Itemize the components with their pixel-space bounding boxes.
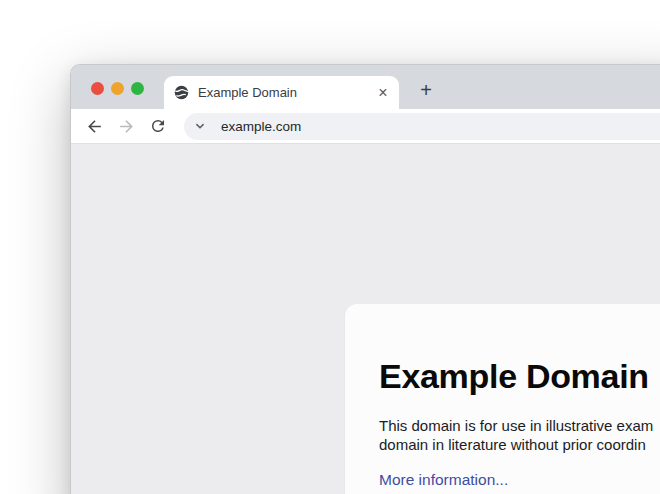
more-information-link[interactable]: More information... xyxy=(379,471,508,489)
page-title: Example Domain xyxy=(379,356,660,396)
tab-title: Example Domain xyxy=(198,85,374,100)
example-domain-card: Example Domain This domain is for use in… xyxy=(345,304,660,494)
chevron-down-icon[interactable] xyxy=(192,118,208,134)
body-text: This domain is for use in illustrative e… xyxy=(379,417,660,454)
toolbar: example.com xyxy=(71,109,660,144)
body-text-line: This domain is for use in illustrative e… xyxy=(379,417,660,436)
body-text-line: domain in literature without prior coord… xyxy=(379,436,660,455)
browser-window: Example Domain × + exam xyxy=(70,64,660,494)
maximize-window-button[interactable] xyxy=(131,82,144,95)
back-arrow-icon xyxy=(85,117,104,136)
traffic-lights xyxy=(91,82,144,95)
active-tab[interactable]: Example Domain × xyxy=(164,76,399,109)
globe-icon xyxy=(174,85,189,100)
tab-close-icon[interactable]: × xyxy=(374,84,392,102)
address-bar[interactable]: example.com xyxy=(184,113,660,140)
reload-button[interactable] xyxy=(144,112,172,140)
new-tab-button[interactable]: + xyxy=(412,76,440,104)
page-content: Example Domain This domain is for use in… xyxy=(71,144,660,494)
reload-icon xyxy=(149,117,167,135)
forward-button[interactable] xyxy=(112,112,140,140)
tab-bar: Example Domain × + xyxy=(71,65,660,109)
forward-arrow-icon xyxy=(117,117,136,136)
url-text: example.com xyxy=(221,119,301,134)
back-button[interactable] xyxy=(80,112,108,140)
minimize-window-button[interactable] xyxy=(111,82,124,95)
close-window-button[interactable] xyxy=(91,82,104,95)
